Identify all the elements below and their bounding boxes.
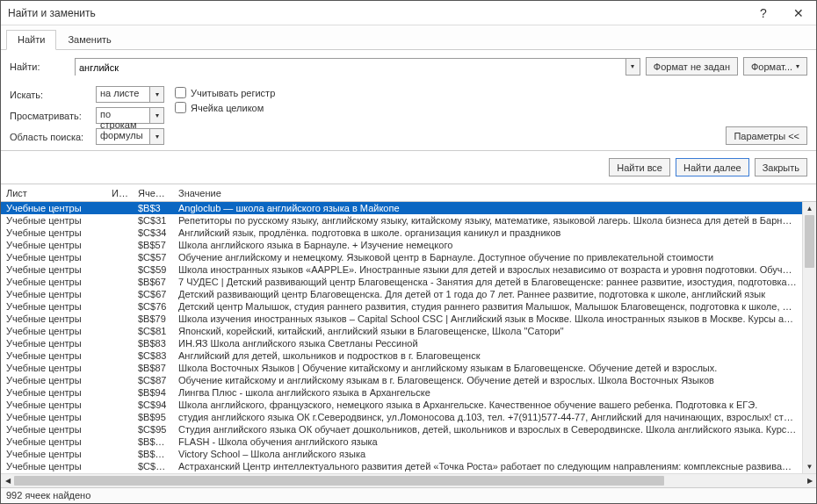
results-table: Лист Имя Ячейка Значение Учебные центры$… <box>1 184 816 487</box>
vscroll-thumb[interactable] <box>805 215 814 268</box>
cell-name <box>106 354 133 357</box>
titlebar: Найти и заменить ? ✕ <box>1 1 816 25</box>
table-row[interactable]: Учебные центры$C$59Школа иностранных язы… <box>1 263 802 276</box>
match-case-check[interactable]: Учитывать регистр <box>175 87 275 98</box>
find-all-button[interactable]: Найти все <box>609 158 670 176</box>
search-scope-label: Искать: <box>10 90 92 100</box>
tab-find[interactable]: Найти <box>6 30 56 50</box>
cell-name <box>106 452 133 456</box>
look-in-label: Область поиска: <box>10 132 92 142</box>
horizontal-scrollbar[interactable]: ◀ ▶ <box>1 473 816 487</box>
find-replace-dialog: Найти и заменить ? ✕ Найти Заменить Найт… <box>0 0 817 504</box>
table-row[interactable]: Учебные центры$B$3Angloclub — школа англ… <box>1 202 802 214</box>
find-input[interactable]: ▾ <box>75 58 640 76</box>
table-row[interactable]: Учебные центры$B$109Victory School – Шко… <box>1 448 802 460</box>
match-whole-check[interactable]: Ячейка целиком <box>175 102 275 113</box>
table-row[interactable]: Учебные центры$C$83Английский для детей,… <box>1 349 802 362</box>
cell-name <box>106 415 133 419</box>
cell-name <box>106 391 133 394</box>
cell-name <box>106 219 133 222</box>
table-row[interactable]: Учебные центры$C$76Детский центр Малышок… <box>1 300 802 313</box>
table-row[interactable]: Учебные центры$B$57Школа английского язы… <box>1 239 802 251</box>
cell-name <box>106 317 133 320</box>
scroll-right-icon[interactable]: ▶ <box>803 474 816 487</box>
cell-name <box>106 428 133 431</box>
col-cell[interactable]: Ячейка <box>133 186 173 200</box>
cell-name <box>106 280 133 284</box>
col-name[interactable]: Имя <box>106 186 133 200</box>
search-scope-combo[interactable]: на листе▾ <box>96 86 164 103</box>
table-row[interactable]: Учебные центры$B$87Школа Восточных Языко… <box>1 362 802 374</box>
cell-name <box>106 378 133 382</box>
look-in-combo[interactable]: формулы▾ <box>96 128 164 145</box>
tab-replace[interactable]: Заменить <box>56 30 122 50</box>
cell-name <box>106 206 133 210</box>
cell-name <box>106 243 133 247</box>
table-row[interactable]: Учебные центры$B$677 ЧУДЕС | Детский раз… <box>1 276 802 288</box>
find-history-dropdown[interactable]: ▾ <box>625 59 640 75</box>
table-row[interactable]: Учебные центры$B$79Школа изучения иностр… <box>1 313 802 325</box>
table-row[interactable]: Учебные центры$C$34Английский язык, прод… <box>1 227 802 239</box>
cell-name <box>106 403 133 407</box>
table-row[interactable]: Учебные центры$C$57Обучение английскому … <box>1 251 802 263</box>
action-buttons: Найти все Найти далее Закрыть <box>1 151 816 184</box>
cell-name <box>106 440 133 443</box>
cell-name <box>106 231 133 234</box>
format-button[interactable]: Формат... <box>743 57 807 76</box>
help-button[interactable]: ? <box>746 1 781 25</box>
cell-name <box>106 305 133 308</box>
table-row[interactable]: Учебные центры$B$108FLASH - Школа обучен… <box>1 436 802 448</box>
cell-name <box>106 342 133 345</box>
scroll-down-icon[interactable]: ▼ <box>803 460 816 473</box>
table-row[interactable]: Учебные центры$C$94Школа английского, фр… <box>1 399 802 411</box>
cell-name <box>106 256 133 259</box>
table-row[interactable]: Учебные центры$C$81Японский, корейский, … <box>1 325 802 337</box>
look-order-label: Просматривать: <box>10 111 92 121</box>
vertical-scrollbar[interactable]: ▲ ▼ <box>802 202 816 473</box>
status-bar: 992 ячеек найдено <box>1 487 816 503</box>
close-window-button[interactable]: ✕ <box>781 1 816 25</box>
scroll-left-icon[interactable]: ◀ <box>1 474 14 487</box>
cell-name <box>106 464 133 468</box>
table-row[interactable]: Учебные центры$B$94Лингва Плюс - школа а… <box>1 386 802 399</box>
table-row[interactable]: Учебные центры$C$31Репетиторы по русском… <box>1 214 802 227</box>
hscroll-thumb[interactable] <box>14 476 664 486</box>
find-next-button[interactable]: Найти далее <box>676 158 749 176</box>
scroll-up-icon[interactable]: ▲ <box>803 202 816 215</box>
find-text-field[interactable] <box>76 59 625 76</box>
col-value[interactable]: Значение <box>173 186 816 200</box>
cell-name <box>106 292 133 296</box>
table-row[interactable]: Учебные центры$B$83ИН.ЯЗ Школа английско… <box>1 337 802 349</box>
find-label: Найти: <box>10 61 69 72</box>
look-order-combo[interactable]: по строкам▾ <box>96 107 164 124</box>
table-row[interactable]: Учебные центры$B$95студия английского яз… <box>1 411 802 423</box>
cell-name <box>106 329 133 333</box>
results-body[interactable]: Учебные центры$B$3Angloclub — школа англ… <box>1 202 802 473</box>
no-format-button[interactable]: Формат не задан <box>646 57 738 76</box>
cell-name <box>106 366 133 370</box>
close-button[interactable]: Закрыть <box>755 158 807 176</box>
window-title: Найти и заменить <box>8 7 746 19</box>
tabstrip: Найти Заменить <box>1 25 816 50</box>
table-row[interactable]: Учебные центры$C$95Студия английского яз… <box>1 423 802 436</box>
table-row[interactable]: Учебные центры$C$67Детский развивающий ц… <box>1 288 802 300</box>
search-form: Найти: ▾ Формат не задан Формат... Искат… <box>1 50 816 151</box>
table-row[interactable]: Учебные центры$C$87Обучение китайскому и… <box>1 374 802 386</box>
cell-name <box>106 268 133 271</box>
options-toggle-button[interactable]: Параметры << <box>726 126 807 145</box>
col-sheet[interactable]: Лист <box>1 186 106 200</box>
results-header: Лист Имя Ячейка Значение <box>1 184 816 202</box>
table-row[interactable]: Учебные центры$C$122Астраханский Центр и… <box>1 460 802 472</box>
